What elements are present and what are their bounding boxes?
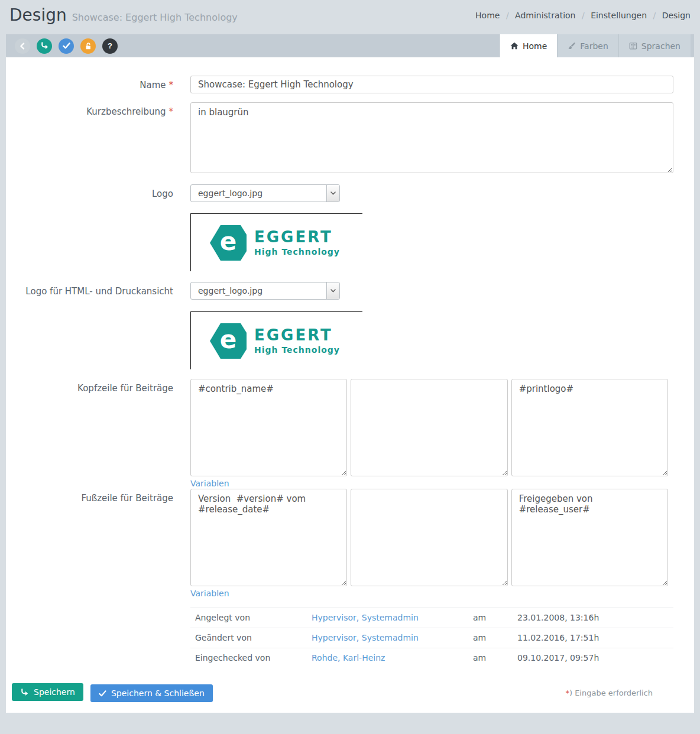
breadcrumb-einstellungen[interactable]: Einstellungen xyxy=(591,11,647,20)
page-header: Design Showcase: Eggert High Technology … xyxy=(0,0,700,34)
meta-am: am xyxy=(473,653,517,662)
user-link[interactable]: Rohde, Karl-Heinz xyxy=(312,653,385,662)
breadcrumb-separator: / xyxy=(582,11,585,20)
header-cells-label: Kopfzeile für Beiträge xyxy=(6,379,173,489)
logo-letter: e xyxy=(210,322,247,360)
table-row: Angelegt von Hypervisor, Systemadmin am … xyxy=(190,608,673,628)
logo-brand-text: EGGERT xyxy=(254,327,340,344)
meta-date: 11.02.2016, 17:51h xyxy=(517,633,673,642)
header-right-textarea[interactable]: #printlogo# xyxy=(511,379,668,476)
page-title: Design xyxy=(9,5,67,25)
footer-cells-label: Fußzeile für Beiträge xyxy=(6,489,173,599)
name-label: Name* xyxy=(6,76,173,93)
name-input[interactable] xyxy=(190,76,673,93)
back-button[interactable] xyxy=(15,38,30,54)
save-arrow-icon xyxy=(40,41,49,50)
tab-label: Home xyxy=(523,41,547,51)
title-wrap: Design Showcase: Eggert High Technology xyxy=(9,5,238,25)
footer-cells-row: Fußzeile für Beiträge Version #version# … xyxy=(6,489,694,599)
breadcrumb-separator: / xyxy=(506,11,509,20)
chevron-left-icon xyxy=(20,43,25,50)
tab-home[interactable]: Home xyxy=(500,34,557,57)
breadcrumb-administration[interactable]: Administration xyxy=(515,11,575,20)
logo-select[interactable]: eggert_logo.jpg xyxy=(190,184,340,202)
meta-label: Angelegt von xyxy=(190,613,312,622)
eggert-logo: e EGGERT High Technology xyxy=(210,224,340,262)
required-asterisk: * xyxy=(169,80,174,90)
header-center-textarea[interactable] xyxy=(351,379,507,476)
meta-am: am xyxy=(473,613,517,622)
logo-hexagon-icon: e xyxy=(210,224,247,262)
user-link[interactable]: Hypervisor, Systemadmin xyxy=(312,633,419,642)
logo-hexagon-icon: e xyxy=(210,322,247,360)
footer-buttons: Speichern Speichern & Schließen xyxy=(12,683,213,702)
check-button[interactable] xyxy=(59,38,74,54)
meta-am: am xyxy=(473,633,517,642)
check-icon xyxy=(99,690,106,697)
logo-html-label: Logo für HTML- und Druckansicht xyxy=(6,282,173,379)
footer-right-textarea[interactable]: Freigegeben von #release_user# xyxy=(511,489,668,586)
short-description-label: Kurzbeschreibung* xyxy=(6,102,173,176)
logo-html-select[interactable]: eggert_logo.jpg xyxy=(190,282,340,300)
save-and-close-button[interactable]: Speichern & Schließen xyxy=(90,684,213,702)
meta-table: Angelegt von Hypervisor, Systemadmin am … xyxy=(190,608,673,668)
logo-brand-text: EGGERT xyxy=(254,229,340,246)
required-note: *) Eingabe erforderlich xyxy=(565,688,688,697)
logo-html-select-value: eggert_logo.jpg xyxy=(191,282,326,299)
breadcrumb-home[interactable]: Home xyxy=(475,11,500,20)
unlock-button[interactable] xyxy=(80,38,96,54)
meta-label: Geändert von xyxy=(190,633,312,642)
footer-center-textarea[interactable] xyxy=(351,489,507,586)
logo-html-row: Logo für HTML- und Druckansicht eggert_l… xyxy=(6,282,694,379)
brush-icon xyxy=(568,42,576,50)
tab-bar: Home Farben Sprachen xyxy=(500,34,691,57)
tab-sprachen[interactable]: Sprachen xyxy=(618,34,691,57)
name-row: Name* xyxy=(6,76,694,93)
breadcrumb: Home / Administration / Einstellungen / … xyxy=(472,5,691,20)
card-footer: Speichern Speichern & Schließen *) Einga… xyxy=(6,668,694,708)
check-icon xyxy=(63,43,70,49)
logo-tagline-text: High Technology xyxy=(254,247,340,256)
logo-preview: e EGGERT High Technology xyxy=(190,213,362,271)
logo-row: Logo eggert_logo.jpg e EGGERT High xyxy=(6,184,694,282)
logo-tagline-text: High Technology xyxy=(254,345,340,355)
home-icon xyxy=(510,42,518,50)
question-icon: ? xyxy=(108,42,112,50)
breadcrumb-design: Design xyxy=(662,11,691,20)
short-description-textarea[interactable]: in blaugrün xyxy=(190,102,673,173)
logo-select-value: eggert_logo.jpg xyxy=(191,185,326,202)
required-asterisk: * xyxy=(169,106,174,117)
meta-date: 09.10.2017, 09:57h xyxy=(517,653,673,662)
page-subtitle: Showcase: Eggert High Technology xyxy=(72,12,238,23)
table-row: Geändert von Hypervisor, Systemadmin am … xyxy=(190,628,673,648)
tab-label: Farben xyxy=(580,41,608,51)
footer-left-textarea[interactable]: Version #version# vom #release_date# xyxy=(190,489,347,586)
help-button[interactable]: ? xyxy=(102,38,118,54)
logo-letter: e xyxy=(210,224,247,262)
toolbar: ? Home Farben Sprachen xyxy=(6,34,694,57)
content-card: Name* Kurzbeschreibung* in blaugrün Logo… xyxy=(6,57,694,713)
languages-icon xyxy=(629,42,637,50)
breadcrumb-separator: / xyxy=(653,11,656,20)
meta-label: Eingechecked von xyxy=(190,653,312,662)
unlock-icon xyxy=(84,42,92,50)
short-description-row: Kurzbeschreibung* in blaugrün xyxy=(6,102,694,176)
tab-farben[interactable]: Farben xyxy=(557,34,618,57)
user-link[interactable]: Hypervisor, Systemadmin xyxy=(312,613,419,622)
tab-label: Sprachen xyxy=(641,41,680,51)
logo-label: Logo xyxy=(6,184,173,282)
variables-link[interactable]: Variablen xyxy=(190,589,229,598)
header-left-textarea[interactable]: #contrib_name# xyxy=(190,379,347,476)
logo-html-preview: e EGGERT High Technology xyxy=(190,311,362,369)
save-button[interactable]: Speichern xyxy=(12,683,83,701)
chevron-down-icon xyxy=(326,185,339,202)
save-button-toolbar[interactable] xyxy=(37,38,52,54)
variables-link[interactable]: Variablen xyxy=(190,479,229,488)
header-cells-row: Kopfzeile für Beiträge #contrib_name# #p… xyxy=(6,379,694,489)
chevron-down-icon xyxy=(326,282,339,299)
table-row: Eingechecked von Rohde, Karl-Heinz am 09… xyxy=(190,648,673,668)
meta-date: 23.01.2008, 13:16h xyxy=(517,613,673,622)
save-arrow-icon xyxy=(20,688,29,697)
eggert-logo: e EGGERT High Technology xyxy=(210,322,340,360)
